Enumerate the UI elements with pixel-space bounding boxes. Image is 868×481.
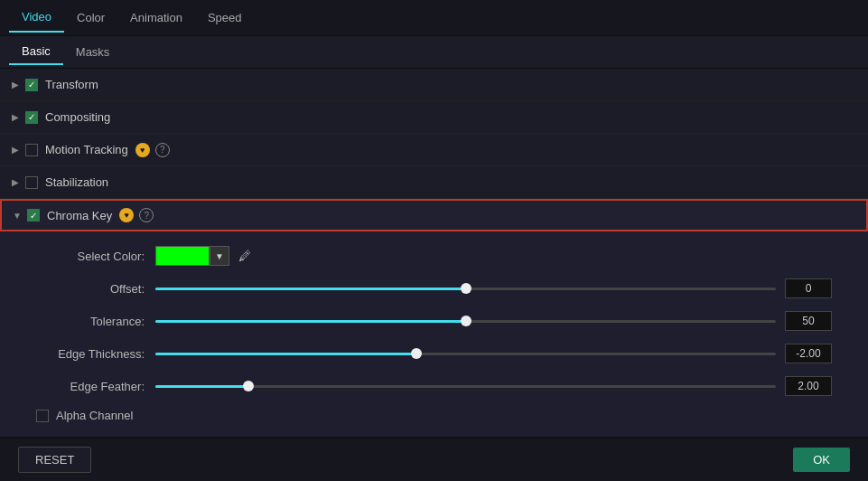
edge-feather-row: Edge Feather: 2.00 <box>36 376 832 396</box>
eyedropper-icon[interactable]: 🖉 <box>238 249 251 263</box>
edge-thickness-row: Edge Thickness: -2.00 <box>36 344 832 363</box>
ok-button[interactable]: OK <box>793 448 850 472</box>
checkbox-transform[interactable] <box>25 79 38 91</box>
tolerance-row: Tolerance: 50 <box>36 311 832 331</box>
offset-row: Offset: 0 <box>36 278 832 298</box>
tolerance-slider-wrapper: 50 <box>155 311 832 331</box>
alpha-channel-label: Alpha Channel <box>56 409 133 422</box>
badge-question-chroma-key[interactable]: ? <box>139 208 154 222</box>
panel-label-compositing: Compositing <box>45 110 110 124</box>
edge-thickness-slider-fill <box>155 353 416 355</box>
tab-color[interactable]: Color <box>64 4 117 32</box>
tolerance-slider-thumb[interactable] <box>461 316 471 326</box>
badge-question-motion-tracking[interactable]: ? <box>155 143 170 157</box>
edge-thickness-value[interactable]: -2.00 <box>785 344 832 363</box>
badge-heart-chroma-key: ♥ <box>119 208 134 222</box>
select-color-label: Select Color: <box>36 250 145 263</box>
sub-tab-bar: Basic Masks <box>0 36 868 69</box>
top-tab-bar: Video Color Animation Speed <box>0 0 868 36</box>
arrow-icon <box>9 176 22 189</box>
tolerance-value[interactable]: 50 <box>785 311 832 331</box>
panel-transform[interactable]: Transform <box>0 69 868 101</box>
arrow-icon <box>9 144 22 156</box>
alpha-channel-checkbox[interactable] <box>36 410 49 422</box>
edge-feather-slider-thumb[interactable] <box>243 381 254 391</box>
edge-feather-slider-fill <box>155 385 248 388</box>
panel-motion-tracking[interactable]: Motion Tracking ♥ ? <box>0 134 868 166</box>
tab-video[interactable]: Video <box>9 3 64 33</box>
bottom-bar: RESET OK <box>0 438 868 481</box>
offset-slider-thumb[interactable] <box>461 283 471 294</box>
checkbox-compositing[interactable] <box>25 111 38 124</box>
offset-label: Offset: <box>36 282 145 296</box>
panel-list: Transform Compositing Motion Tracking ♥ … <box>0 69 868 438</box>
tolerance-label: Tolerance: <box>36 315 145 328</box>
checkbox-stabilization[interactable] <box>25 176 38 189</box>
edge-thickness-slider-track[interactable] <box>155 353 776 355</box>
arrow-icon <box>9 79 22 91</box>
color-select-wrapper: ▼ 🖉 <box>155 246 251 266</box>
panel-label-stabilization: Stabilization <box>45 175 108 189</box>
panel-label-motion-tracking: Motion Tracking <box>45 143 128 156</box>
checkbox-chroma-key[interactable] <box>27 209 40 222</box>
tolerance-slider-fill <box>155 320 466 323</box>
checkbox-motion-tracking[interactable] <box>25 144 38 156</box>
edge-thickness-slider-thumb[interactable] <box>411 348 422 359</box>
chroma-key-content: Select Color: ▼ 🖉 Offset: 0 <box>0 231 868 438</box>
offset-value[interactable]: 0 <box>785 278 832 298</box>
edge-thickness-slider-wrapper: -2.00 <box>155 344 832 363</box>
panel-chroma-key[interactable]: Chroma Key ♥ ? <box>0 199 868 231</box>
offset-slider-fill <box>155 288 466 290</box>
edge-feather-label: Edge Feather: <box>36 380 145 393</box>
color-dropdown-btn[interactable]: ▼ <box>210 246 229 266</box>
tab-masks[interactable]: Masks <box>63 40 123 64</box>
panel-stabilization[interactable]: Stabilization <box>0 166 868 199</box>
tab-basic[interactable]: Basic <box>9 39 63 65</box>
edge-thickness-label: Edge Thickness: <box>36 347 145 361</box>
main-content: Transform Compositing Motion Tracking ♥ … <box>0 69 868 438</box>
badge-heart-motion-tracking: ♥ <box>135 143 150 157</box>
color-swatch[interactable] <box>155 246 210 266</box>
panel-compositing[interactable]: Compositing <box>0 101 868 134</box>
reset-button[interactable]: RESET <box>18 447 91 473</box>
arrow-down-icon <box>11 209 23 222</box>
tab-speed[interactable]: Speed <box>195 4 255 32</box>
edge-feather-value[interactable]: 2.00 <box>785 376 832 396</box>
alpha-channel-row: Alpha Channel <box>36 409 832 422</box>
panel-label-transform: Transform <box>45 78 98 91</box>
tolerance-slider-track[interactable] <box>155 320 776 323</box>
panel-label-chroma-key: Chroma Key <box>47 209 112 222</box>
offset-slider-wrapper: 0 <box>155 278 832 298</box>
tab-animation[interactable]: Animation <box>117 4 195 32</box>
offset-slider-track[interactable] <box>155 288 776 290</box>
edge-feather-slider-wrapper: 2.00 <box>155 376 832 396</box>
arrow-icon <box>9 111 22 124</box>
select-color-row: Select Color: ▼ 🖉 <box>36 246 832 266</box>
edge-feather-slider-track[interactable] <box>155 385 776 388</box>
